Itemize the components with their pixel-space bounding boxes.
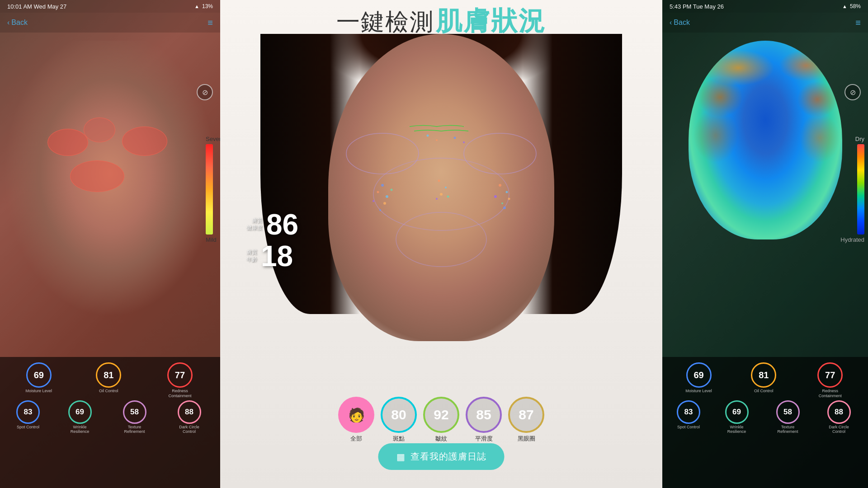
smoothness-ring: 85 — [466, 397, 502, 433]
texture-label: Texture Refinement — [120, 425, 149, 435]
wrinkle-value: 69 — [75, 408, 84, 417]
darkcircle-label: Dark Circle Control — [175, 425, 204, 435]
r-darkcircle-metric: 88 Dark Circle Control — [824, 400, 854, 435]
right-battery: 58% — [850, 3, 861, 9]
right-bottom-metrics: 69 Moisture Level 81 Oil Control 77 Redn… — [662, 357, 868, 488]
wrinkle-label: Wrinkle Resilience — [65, 425, 94, 435]
left-back-btn[interactable]: ‹ Back — [7, 19, 28, 27]
spot-forehead — [84, 117, 115, 142]
left-menu-btn[interactable]: ≡ — [208, 18, 213, 28]
heatmap-face — [662, 41, 868, 357]
darkcircles-score: 87 — [519, 407, 533, 422]
smoothness-label: 平滑度 — [475, 435, 493, 443]
left-metrics-row2: 83 Spot Control 69 Wrinkle Resilience 58… — [4, 400, 217, 435]
center-face — [328, 34, 554, 341]
r-texture-metric: 58 Texture Refinement — [773, 400, 802, 435]
hydration-scale: Dry Hydrated — [840, 136, 864, 243]
smoothness-score: 85 — [476, 407, 491, 422]
camera-icon-right[interactable]: ⊘ — [844, 84, 861, 100]
r-wrinkle-value: 69 — [732, 408, 741, 417]
heatmap-warm-cheek-r — [799, 113, 840, 163]
back-chevron-icon: ‹ — [7, 19, 9, 27]
wrinkles-ring: 92 — [423, 397, 459, 433]
age-label: 膚質 — [246, 249, 257, 256]
right-wifi-icon: ▲ — [842, 4, 847, 9]
category-wrinkles[interactable]: 92 皺紋 — [423, 397, 459, 443]
heatmap-hot-forehead-r — [779, 50, 833, 81]
moisture-circle: 69 — [26, 362, 52, 388]
oil-control-metric: 81 Oil Control — [96, 362, 121, 399]
right-back-chevron-icon: ‹ — [670, 19, 672, 27]
left-metrics-row1: 69 Moisture Level 81 Oil Control 77 Redn… — [4, 362, 217, 399]
redness-circle: 77 — [167, 362, 193, 388]
redness-value: 77 — [175, 370, 185, 380]
scores-overlay: 膚質 健康度 86 膚質 年齡 18 — [246, 210, 298, 271]
severity-bar-left: Severe Mild — [206, 136, 213, 262]
right-back-btn[interactable]: ‹ Back — [670, 19, 690, 27]
cta-label: 查看我的護膚日誌 — [410, 450, 486, 463]
all-icon: 🧑 — [338, 397, 374, 433]
category-smoothness[interactable]: 85 平滑度 — [466, 397, 502, 443]
age-label2: 年齡 — [246, 256, 257, 263]
headline-normal: 一鍵檢測 — [336, 9, 434, 35]
r-moisture-circle: 69 — [686, 362, 712, 388]
oil-circle: 81 — [96, 362, 121, 388]
hydrated-label: Hydrated — [840, 236, 864, 243]
r-darkcircle-label: Dark Circle Control — [824, 425, 854, 435]
all-label: 全部 — [350, 435, 362, 443]
severity-label-severe: Severe — [206, 136, 213, 142]
left-status-icons: ▲ 13% — [194, 3, 213, 9]
left-bottom-metrics: 69 Moisture Level 81 Oil Control 77 Redn… — [0, 357, 220, 488]
category-darkcircles[interactable]: 87 黑眼圈 — [508, 397, 544, 443]
left-face-sim — [0, 41, 220, 357]
severity-label-mild: Mild — [206, 236, 213, 243]
left-nav: ‹ Back ≡ — [0, 13, 220, 33]
r-darkcircle-circle: 88 — [827, 400, 851, 424]
right-back-label: Back — [674, 19, 690, 27]
r-spot-control-metric: 83 Spot Control — [677, 400, 700, 435]
category-all[interactable]: 🧑 全部 — [338, 397, 374, 443]
redness-metric: 77 Redness Containment — [165, 362, 194, 399]
darkcircle-circle: 88 — [178, 400, 201, 424]
left-status-bar: 10:01 AM Wed May 27 ▲ 13% — [0, 0, 220, 13]
category-spots[interactable]: 80 斑點 — [381, 397, 417, 443]
r-texture-circle: 58 — [776, 400, 800, 424]
right-status-icons: ▲ 58% — [842, 3, 861, 9]
darkcircle-metric: 88 Dark Circle Control — [175, 400, 204, 435]
back-label: Back — [11, 19, 28, 27]
spots-score: 80 — [391, 407, 406, 422]
center-category-circles: 🧑 全部 80 斑點 92 皺紋 85 平滑度 87 — [220, 397, 662, 443]
spots-label: 斑點 — [393, 435, 405, 443]
spot-left-cheek-l — [47, 129, 88, 156]
texture-value: 58 — [130, 408, 139, 417]
right-menu-btn[interactable]: ≡ — [855, 18, 861, 28]
left-panel: 10:01 AM Wed May 27 ▲ 13% ‹ Back ≡ ⊘ Sev… — [0, 0, 220, 488]
texture-circle: 58 — [123, 400, 146, 424]
right-nav: ‹ Back ≡ — [662, 13, 868, 33]
health-label2: 健康度 — [246, 225, 263, 232]
redness-label: Redness Containment — [165, 389, 194, 399]
r-oil-label: Oil Control — [754, 389, 774, 394]
r-spot-circle: 83 — [677, 400, 700, 424]
r-texture-label: Texture Refinement — [773, 425, 802, 435]
r-spot-value: 83 — [684, 408, 693, 417]
r-redness-value: 77 — [825, 370, 835, 380]
r-moisture-value: 69 — [693, 370, 703, 380]
severity-gradient — [206, 144, 213, 235]
spot-label: Spot Control — [17, 425, 39, 430]
health-label: 膚質 — [246, 217, 263, 225]
r-moisture-label: Moisture Level — [685, 389, 712, 394]
right-time: 5:43 PM Tue May 26 — [670, 3, 724, 10]
wrinkles-score: 92 — [434, 407, 448, 422]
r-darkcircle-value: 88 — [835, 408, 843, 417]
spot-right-cheek-r — [122, 127, 167, 156]
camera-icon-left[interactable]: ⊘ — [197, 84, 213, 100]
r-moisture-level-metric: 69 Moisture Level — [685, 362, 712, 399]
r-redness-circle: 77 — [817, 362, 843, 388]
headline: 一鍵檢測 肌膚狀況 — [220, 4, 662, 39]
left-time: 10:01 AM Wed May 27 — [7, 3, 66, 10]
cta-button[interactable]: ▦ 查看我的護膚日誌 — [378, 443, 505, 470]
spots-ring: 80 — [381, 397, 417, 433]
right-metrics-row1: 69 Moisture Level 81 Oil Control 77 Redn… — [666, 362, 864, 399]
health-score: 86 — [266, 210, 298, 239]
